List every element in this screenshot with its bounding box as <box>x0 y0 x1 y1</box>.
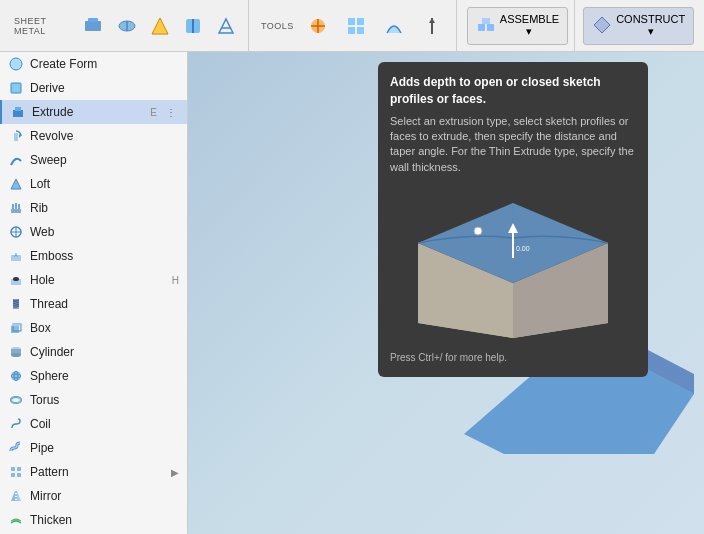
sidebar-shortcut: H <box>172 275 179 286</box>
tooltip-popup: Adds depth to open or closed sketch prof… <box>378 62 648 377</box>
toolbar: SHEET METAL TOOLS <box>0 0 704 52</box>
sidebar-item-pipe[interactable]: Pipe <box>0 436 187 460</box>
mirror-icon <box>8 488 24 504</box>
tb-tools-icon-4 <box>421 15 443 37</box>
sidebar-item-label: Thicken <box>30 513 179 527</box>
svg-point-20 <box>10 58 22 70</box>
sheet-metal-label: SHEET METAL <box>10 16 76 36</box>
sidebar-item-label: Box <box>30 321 179 335</box>
svg-rect-39 <box>11 326 19 333</box>
emboss-icon: A <box>8 248 24 264</box>
sidebar-item-loft[interactable]: Loft <box>0 172 187 196</box>
sphere-icon <box>8 368 24 384</box>
sheet-metal-section: SHEET METAL <box>4 0 249 51</box>
sidebar-item-label: Coil <box>30 417 179 431</box>
sidebar-item-label: Cylinder <box>30 345 179 359</box>
sidebar-item-thread[interactable]: Thread <box>0 292 187 316</box>
svg-marker-54 <box>11 491 15 501</box>
svg-rect-16 <box>478 24 485 31</box>
svg-marker-19 <box>594 17 610 33</box>
sidebar-item-rib[interactable]: Rib <box>0 196 187 220</box>
loft-icon <box>8 176 24 192</box>
svg-rect-13 <box>357 27 364 34</box>
tb-tools-btn-4[interactable] <box>414 8 450 44</box>
tb-btn-1[interactable] <box>78 8 109 44</box>
sidebar-item-label: Emboss <box>30 249 179 263</box>
svg-rect-11 <box>357 18 364 25</box>
sidebar-item-hole[interactable]: Hole H <box>0 268 187 292</box>
sidebar-item-cylinder[interactable]: Cylinder <box>0 340 187 364</box>
svg-text:0.00: 0.00 <box>516 245 530 252</box>
svg-marker-26 <box>11 179 21 189</box>
rib-icon <box>8 200 24 216</box>
derive-icon <box>8 80 24 96</box>
sidebar-item-extrude[interactable]: Extrude E ⋮ <box>0 100 187 124</box>
assemble-section: ASSEMBLE ▾ <box>461 0 575 51</box>
tb-tools-icon-2 <box>345 15 367 37</box>
tb-icon-3 <box>149 15 171 37</box>
sidebar-item-revolve[interactable]: Revolve <box>0 124 187 148</box>
sidebar-item-create-form[interactable]: Create Form <box>0 52 187 76</box>
thread-icon <box>8 296 24 312</box>
svg-marker-55 <box>17 491 21 501</box>
sidebar-item-emboss[interactable]: A Emboss <box>0 244 187 268</box>
sidebar-item-label: Extrude <box>32 105 144 119</box>
svg-point-37 <box>13 277 19 281</box>
sidebar-item-box[interactable]: Box <box>0 316 187 340</box>
box-icon <box>8 320 24 336</box>
svg-rect-0 <box>85 21 101 31</box>
assemble-label: ASSEMBLE ▾ <box>500 13 559 38</box>
sidebar-item-label: Torus <box>30 393 179 407</box>
tb-btn-5[interactable] <box>211 8 242 44</box>
sidebar-item-sphere[interactable]: Sphere <box>0 364 187 388</box>
svg-rect-52 <box>11 473 15 477</box>
tb-tools-btn-1[interactable] <box>300 8 336 44</box>
tb-icon-5 <box>215 15 237 37</box>
svg-rect-25 <box>14 133 18 141</box>
construct-label: CONSTRUCT ▾ <box>616 13 685 38</box>
assemble-icon <box>476 16 496 36</box>
svg-rect-18 <box>482 18 490 24</box>
sidebar-item-thicken[interactable]: Thicken <box>0 508 187 532</box>
svg-rect-21 <box>11 83 21 93</box>
viewport: Adds depth to open or closed sketch prof… <box>188 52 704 534</box>
construct-icon <box>592 15 612 37</box>
sidebar-item-torus[interactable]: Torus <box>0 388 187 412</box>
svg-rect-27 <box>11 209 21 213</box>
sidebar-item-label: Mirror <box>30 489 179 503</box>
sidebar-item-sweep[interactable]: Sweep <box>0 148 187 172</box>
assemble-button[interactable]: ASSEMBLE ▾ <box>467 7 568 45</box>
sidebar-item-label: Web <box>30 225 179 239</box>
sidebar: Create Form Derive Extrude E ⋮ Revolve <box>0 52 188 534</box>
sidebar-item-label: Hole <box>30 273 166 287</box>
sidebar-item-derive[interactable]: Derive <box>0 76 187 100</box>
sidebar-item-label: Thread <box>30 297 179 311</box>
tb-tools-btn-2[interactable] <box>338 8 374 44</box>
tb-btn-2[interactable] <box>111 8 142 44</box>
tb-tools-btn-3[interactable] <box>376 8 412 44</box>
sidebar-item-label: Pattern <box>30 465 165 479</box>
revolve-icon <box>8 128 24 144</box>
sidebar-item-label: Derive <box>30 81 179 95</box>
svg-rect-12 <box>348 27 355 34</box>
create-form-icon <box>8 56 24 72</box>
construct-button[interactable]: CONSTRUCT ▾ <box>583 7 694 45</box>
hole-icon <box>8 272 24 288</box>
tb-icon-4 <box>182 15 204 37</box>
sidebar-item-label: Sweep <box>30 153 179 167</box>
sidebar-item-mirror[interactable]: Mirror <box>0 484 187 508</box>
svg-rect-22 <box>13 110 23 117</box>
tb-btn-3[interactable] <box>144 8 175 44</box>
pipe-icon <box>8 440 24 456</box>
sidebar-item-label: Create Form <box>30 57 179 71</box>
sidebar-item-coil[interactable]: Coil <box>0 412 187 436</box>
sidebar-item-pattern[interactable]: Pattern ▶ <box>0 460 187 484</box>
svg-rect-51 <box>17 467 21 471</box>
sweep-icon <box>8 152 24 168</box>
tb-btn-4[interactable] <box>177 8 208 44</box>
torus-icon <box>8 392 24 408</box>
svg-rect-23 <box>15 107 21 111</box>
sidebar-item-web[interactable]: Web <box>0 220 187 244</box>
tools-label: TOOLS <box>257 21 298 31</box>
sidebar-item-label: Loft <box>30 177 179 191</box>
